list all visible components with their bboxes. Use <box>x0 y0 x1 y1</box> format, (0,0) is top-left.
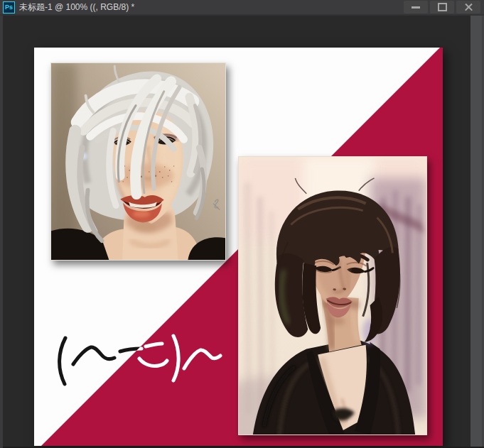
maximize-icon <box>438 3 447 11</box>
window-titlebar[interactable]: Ps 未标题-1 @ 100% ((, RGB/8) * <box>0 0 484 16</box>
photoshop-app-icon: Ps <box>3 1 15 13</box>
minimize-icon <box>412 6 420 9</box>
window-controls <box>404 1 480 13</box>
minimize-button[interactable] <box>404 1 428 13</box>
close-icon <box>464 3 473 12</box>
pasteboard[interactable]: (ヘーニ)ヘ <box>0 16 484 448</box>
document-canvas[interactable]: (ヘーニ)ヘ <box>34 48 443 446</box>
photoshop-document-window: Ps 未标题-1 @ 100% ((, RGB/8) * <box>0 0 484 448</box>
close-button[interactable] <box>456 1 480 13</box>
maximize-button[interactable] <box>430 1 454 13</box>
window-title: 未标题-1 @ 100% ((, RGB/8) * <box>19 1 404 13</box>
vertical-scrollbar[interactable] <box>470 16 484 448</box>
portrait-dark-bob-woman <box>238 156 427 435</box>
portrait-white-haired-woman <box>50 62 226 261</box>
